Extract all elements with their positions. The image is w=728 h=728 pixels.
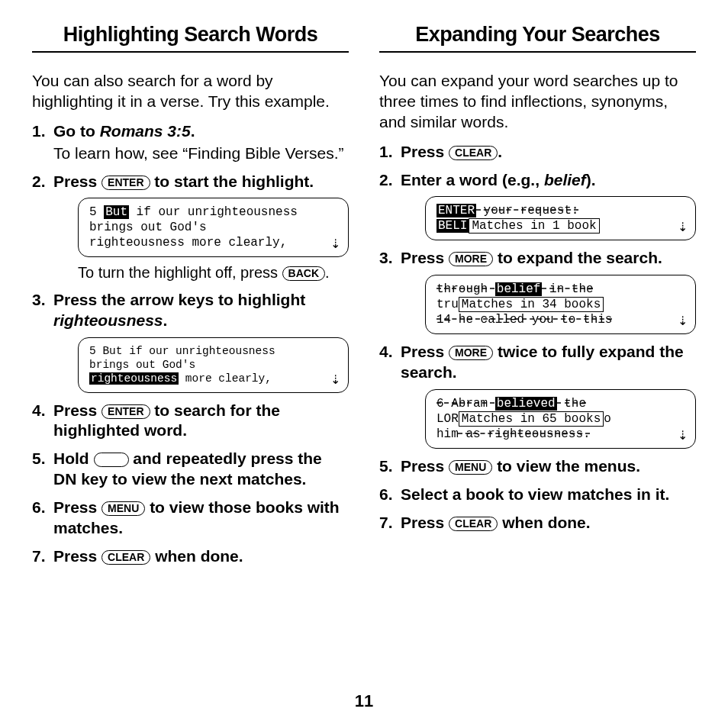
scroll-down-icon: ⇣: [330, 237, 340, 252]
section-title-left: Highlighting Search Words: [32, 23, 349, 47]
steps-left: Go to Romans 3:5. To learn how, see “Fin…: [32, 121, 349, 567]
blank-key-icon: [94, 453, 129, 467]
step-text: Press MORE twice to fully expand the sea…: [401, 343, 684, 381]
step-6: Select a book to view matches in it.: [379, 485, 696, 505]
back-key-icon: BACK: [282, 266, 325, 281]
lcd-screen: 5 But if our unrighteousness brings out …: [78, 337, 349, 392]
two-column-layout: Highlighting Search Words You can also s…: [32, 23, 696, 575]
step-substep: To learn how, see “Finding Bible Verses.…: [53, 143, 349, 164]
step-text: Press the arrow keys to highlight righte…: [53, 291, 305, 329]
match-count-box: Matches in 65 books: [459, 411, 604, 427]
step-4: Press ENTER to search for the highlighte…: [32, 401, 349, 442]
menu-key-icon: MENU: [101, 501, 145, 516]
step-text: Press ENTER to start the highlight.: [53, 172, 314, 190]
intro-right: You can expand your word searches up to …: [379, 71, 696, 133]
step-text: Enter a word (e.g., belief).: [401, 171, 596, 188]
highlighted-word: righteousness: [89, 372, 179, 385]
match-count-box: Matches in 1 book: [469, 218, 599, 234]
clear-key-icon: CLEAR: [449, 517, 498, 531]
step-7: Press CLEAR when done.: [379, 513, 696, 533]
step-text: Press CLEAR when done.: [53, 547, 243, 565]
scroll-down-icon: ⇣: [678, 220, 688, 235]
step-3: Press MORE to expand the search. through…: [379, 248, 696, 334]
step-text: Press MENU to view the menus.: [401, 457, 640, 475]
left-column: Highlighting Search Words You can also s…: [32, 23, 349, 575]
step-2: Press ENTER to start the highlight. 5 Bu…: [32, 172, 349, 283]
right-column: Expanding Your Searches You can expand y…: [379, 23, 696, 575]
step-2: Enter a word (e.g., belief). ENTER your …: [379, 170, 696, 241]
manual-page: Highlighting Search Words You can also s…: [0, 0, 728, 728]
clear-key-icon: CLEAR: [449, 146, 498, 160]
lcd-screen: 5 But if our unrighteousness brings out …: [78, 198, 349, 257]
scroll-down-icon: ⇣: [678, 314, 688, 329]
title-rule: [379, 51, 696, 53]
scroll-down-icon: ⇣: [678, 428, 688, 443]
step-text: Press CLEAR when done.: [401, 514, 591, 531]
lcd-screen: ENTER your request: BELIMatches in 1 boo…: [425, 196, 696, 240]
step-text: Press MENU to view those books with matc…: [53, 498, 340, 536]
step-7: Press CLEAR when done.: [32, 546, 349, 567]
clear-key-icon: CLEAR: [101, 550, 150, 565]
match-count-box: Matches in 34 books: [459, 297, 604, 312]
menu-key-icon: MENU: [449, 460, 492, 475]
step-3: Press the arrow keys to highlight righte…: [32, 290, 349, 392]
step-5: Hold and repeatedly press the DN key to …: [32, 449, 349, 490]
step-1: Go to Romans 3:5. To learn how, see “Fin…: [32, 121, 349, 164]
step-text: Press MORE to expand the search.: [401, 249, 662, 266]
step-text: Select a book to view matches in it.: [401, 485, 669, 503]
section-title-right: Expanding Your Searches: [379, 23, 696, 47]
enter-key-icon: ENTER: [101, 176, 150, 190]
lcd-screen: 6 Abram believed the LORMatches in 65 bo…: [425, 389, 696, 449]
more-key-icon: MORE: [449, 346, 493, 360]
steps-right: Press CLEAR. Enter a word (e.g., belief)…: [379, 142, 696, 533]
scroll-down-icon: ⇣: [330, 372, 340, 388]
step-text: Press CLEAR.: [401, 143, 502, 160]
step-1: Press CLEAR.: [379, 142, 696, 163]
title-rule: [32, 51, 349, 53]
step-4: Press MORE twice to fully expand the sea…: [379, 342, 696, 449]
page-number: 11: [0, 691, 728, 711]
lcd-caption: To turn the highlight off, press BACK.: [78, 263, 349, 282]
step-text: Press ENTER to search for the highlighte…: [53, 401, 280, 440]
step-text: Go to Romans 3:5.: [53, 122, 195, 140]
intro-left: You can also search for a word by highli…: [32, 71, 349, 112]
step-text: Hold and repeatedly press the DN key to …: [53, 449, 322, 488]
lcd-screen: through belief in the truMatches in 34 b…: [425, 275, 696, 334]
enter-key-icon: ENTER: [101, 404, 150, 419]
step-6: Press MENU to view those books with matc…: [32, 498, 349, 539]
highlighted-word: But: [104, 205, 129, 219]
more-key-icon: MORE: [449, 252, 493, 266]
step-5: Press MENU to view the menus.: [379, 456, 696, 477]
